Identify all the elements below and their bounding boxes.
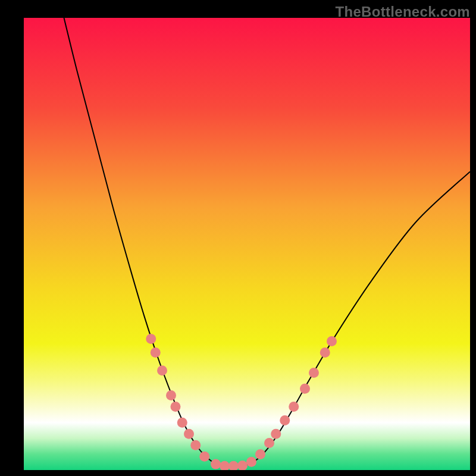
data-dot [146,334,156,344]
data-dot [320,347,330,358]
data-dot [300,384,310,394]
data-dot [264,438,274,448]
chart-frame: TheBottleneck.com [0,0,476,476]
plot-area [24,18,470,470]
data-dot [166,390,176,400]
data-dot [246,457,256,467]
chart-svg [24,18,470,470]
gradient-rect [24,18,470,470]
data-dot [271,429,281,439]
data-dot [309,368,319,378]
data-dot [177,418,187,428]
data-dot [157,365,167,375]
data-dot [280,415,290,425]
data-dot [211,459,221,469]
data-dot [184,429,194,439]
data-dot [289,402,299,412]
watermark-text: TheBottleneck.com [336,4,470,20]
data-dot [199,452,209,462]
data-dot [171,402,181,412]
data-dot [190,440,201,450]
data-dot [255,449,265,459]
data-dot [151,347,161,358]
data-dot [327,336,337,346]
